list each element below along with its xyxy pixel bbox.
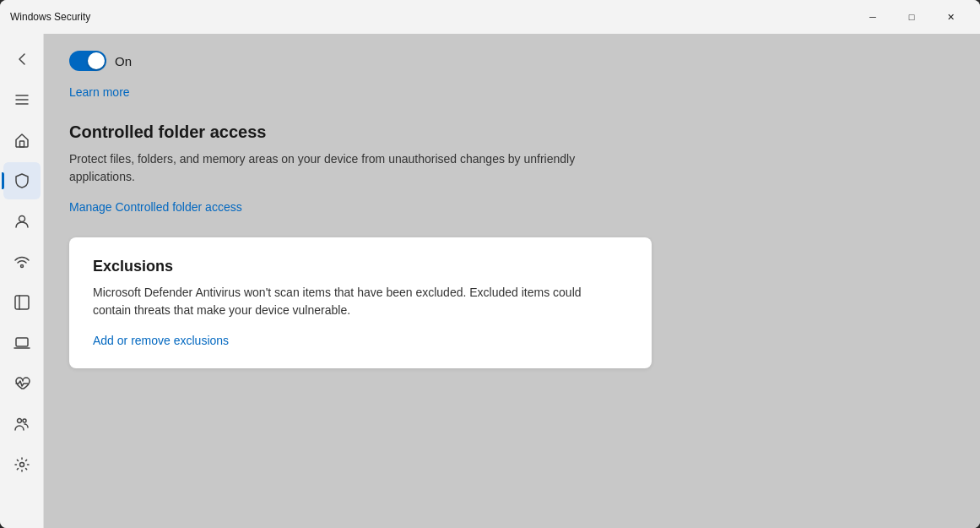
sidebar-item-home[interactable] [3,122,41,159]
svg-point-11 [19,463,24,467]
content-area: On Learn more Controlled folder access P… [44,34,980,528]
svg-point-4 [19,216,24,222]
exclusions-desc: Microsoft Defender Antivirus won't scan … [93,284,582,319]
titlebar: Windows Security ─ □ ✕ [0,0,980,34]
sidebar-item-back[interactable] [3,41,41,78]
svg-point-10 [23,419,26,422]
toggle-label: On [115,54,132,68]
sidebar-item-performance[interactable] [3,365,41,402]
gear-icon [14,456,30,473]
svg-rect-8 [16,338,28,346]
menu-icon [14,91,30,108]
laptop-icon [14,335,30,351]
shield-icon [14,172,30,189]
svg-rect-3 [19,141,24,147]
heart-icon [14,375,30,392]
family-icon [14,416,30,433]
main-layout: On Learn more Controlled folder access P… [0,34,980,528]
sidebar-item-account[interactable] [3,203,41,240]
window: Windows Security ─ □ ✕ [0,0,980,528]
app-icon [14,294,30,311]
exclusions-title: Exclusions [93,258,628,275]
sidebar-item-shield[interactable] [3,162,41,199]
controlled-folder-title: Controlled folder access [69,122,955,142]
add-remove-exclusions-link[interactable]: Add or remove exclusions [93,334,229,347]
sidebar-item-firewall[interactable] [3,243,41,280]
manage-controlled-folder-link[interactable]: Manage Controlled folder access [69,200,242,214]
svg-point-5 [20,265,23,268]
toggle-knob [88,52,105,69]
sidebar-item-menu[interactable] [3,81,41,118]
close-button[interactable]: ✕ [931,3,970,30]
svg-point-9 [17,419,21,423]
home-icon [14,132,30,149]
toggle-row: On [69,51,955,71]
sidebar-item-app[interactable] [3,284,41,321]
back-icon [14,51,30,68]
svg-rect-6 [15,296,29,309]
controlled-folder-desc: Protect files, folders, and memory areas… [69,150,593,186]
person-icon [14,213,30,230]
sidebar [0,34,44,528]
toggle-switch[interactable] [69,51,106,71]
minimize-button[interactable]: ─ [853,3,892,30]
window-controls: ─ □ ✕ [853,3,970,30]
sidebar-item-settings[interactable] [3,446,41,483]
sidebar-item-device[interactable] [3,324,41,362]
sidebar-item-family[interactable] [3,406,41,443]
wifi-icon [14,253,30,270]
window-title: Windows Security [10,11,853,23]
exclusions-card: Exclusions Microsoft Defender Antivirus … [69,237,652,368]
learn-more-link[interactable]: Learn more [69,85,130,99]
maximize-button[interactable]: □ [892,3,931,30]
